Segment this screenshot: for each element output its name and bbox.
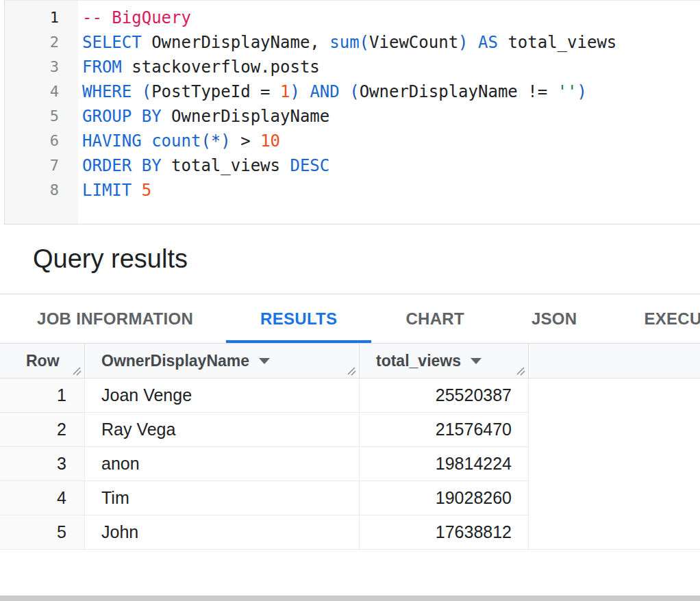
code-token: GROUP BY: [82, 107, 171, 126]
code-token: ): [458, 33, 478, 52]
column-header-row-label: Row: [26, 352, 60, 370]
owner-name-cell: anon: [85, 447, 360, 481]
code-token: total_views: [171, 156, 290, 175]
code-token: WHERE: [82, 82, 142, 101]
table-row: 2Ray Vega21576470: [0, 413, 700, 447]
column-header-views-label: total_views: [376, 352, 461, 370]
sql-editor-panel[interactable]: 12345678 -- BigQuerySELECT OwnerDisplayN…: [4, 0, 700, 225]
code-token: ): [577, 82, 587, 101]
code-line[interactable]: ORDER BY total_views DESC: [82, 153, 700, 178]
column-header-owner-display-name[interactable]: OwnerDisplayName: [85, 344, 360, 378]
total-views-cell: 19028260: [360, 481, 529, 515]
code-token: AND: [310, 82, 349, 101]
empty-cell: [529, 481, 700, 515]
code-token: SELECT: [82, 33, 151, 52]
empty-cell: [529, 379, 700, 413]
line-number: 3: [5, 55, 78, 79]
line-number: 5: [5, 104, 78, 129]
code-token: =: [260, 82, 280, 101]
code-token: ): [290, 82, 310, 101]
sort-dropdown-icon[interactable]: [259, 358, 270, 364]
row-number-cell: 4: [0, 481, 85, 515]
code-token: DESC: [290, 156, 329, 175]
horizontal-scrollbar[interactable]: [0, 596, 700, 601]
table-row: 4Tim19028260: [0, 481, 700, 515]
code-token: (: [142, 82, 151, 101]
column-resize-handle-icon[interactable]: [72, 366, 82, 376]
code-token: >: [231, 131, 260, 151]
tab-execution-details[interactable]: EXECUTION DETAILS: [627, 294, 700, 343]
tab-job-information[interactable]: JOB INFORMATION: [21, 294, 210, 343]
table-row: 5John17638812: [0, 515, 700, 550]
column-header-row: Row: [0, 344, 85, 378]
code-token: (: [349, 82, 359, 101]
row-number-cell: 2: [0, 413, 85, 447]
table-body: 1Joan Venge255203872Ray Vega215764703ano…: [0, 379, 700, 550]
code-line[interactable]: LIMIT 5: [82, 178, 700, 203]
code-token: OwnerDisplayName: [171, 107, 329, 126]
empty-cell: [529, 447, 700, 481]
query-results-title: Query results: [0, 244, 188, 274]
line-number: 7: [5, 153, 78, 178]
line-number: 6: [5, 129, 78, 153]
column-header-total-views[interactable]: total_views: [360, 344, 529, 378]
code-line[interactable]: HAVING count(*) > 10: [82, 129, 700, 153]
table-header-row: Row OwnerDisplayName total_views: [0, 344, 700, 379]
code-token: OwnerDisplayName: [360, 82, 528, 101]
code-token: '': [558, 82, 577, 101]
row-number-cell: 1: [0, 379, 85, 413]
code-token: OwnerDisplayName,: [151, 33, 329, 52]
code-token: stackoverflow.posts: [132, 57, 320, 77]
code-token: total_views: [508, 33, 616, 52]
query-results-section-header: Query results: [0, 225, 700, 294]
code-token: ViewCount: [369, 33, 458, 52]
total-views-cell: 21576470: [360, 413, 529, 447]
owner-name-cell: Tim: [85, 481, 360, 515]
code-token: !=: [527, 82, 557, 101]
column-resize-handle-icon[interactable]: [347, 366, 357, 376]
code-token: (*): [201, 131, 230, 151]
line-number: 8: [5, 178, 78, 203]
owner-name-cell: Joan Venge: [85, 379, 360, 413]
table-row: 1Joan Venge25520387: [0, 379, 700, 413]
sort-dropdown-icon[interactable]: [471, 358, 482, 364]
column-header-empty: [529, 344, 700, 378]
owner-name-cell: Ray Vega: [85, 413, 360, 447]
total-views-cell: 19814224: [360, 447, 529, 481]
column-resize-handle-icon[interactable]: [516, 366, 526, 376]
code-token: 5: [142, 181, 151, 200]
code-token: ORDER BY: [82, 156, 171, 175]
code-token: sum: [329, 33, 359, 52]
code-line[interactable]: -- BigQuery: [82, 5, 700, 30]
table-row: 3anon19814224: [0, 447, 700, 481]
code-line[interactable]: GROUP BY OwnerDisplayName: [82, 104, 700, 129]
tab-results[interactable]: RESULTS: [226, 294, 371, 343]
total-views-cell: 17638812: [360, 515, 529, 550]
results-table: Row OwnerDisplayName total_views 1Joan V…: [0, 344, 700, 550]
code-line[interactable]: WHERE (PostTypeId = 1) AND (OwnerDisplay…: [82, 79, 700, 104]
column-header-owner-label: OwnerDisplayName: [101, 352, 249, 370]
row-number-cell: 5: [0, 515, 85, 550]
code-token: 10: [260, 131, 280, 151]
code-token: FROM: [82, 57, 132, 77]
empty-cell: [529, 413, 700, 447]
row-number-cell: 3: [0, 447, 85, 481]
tab-chart[interactable]: CHART: [388, 294, 482, 343]
line-number: 1: [5, 5, 78, 30]
code-line[interactable]: SELECT OwnerDisplayName, sum(ViewCount) …: [82, 30, 700, 55]
code-token: AS: [478, 33, 508, 52]
code-token: LIMIT: [82, 181, 142, 200]
code-token: HAVING: [82, 131, 151, 151]
results-tab-bar: JOB INFORMATIONRESULTSCHARTJSONEXECUTION…: [0, 294, 700, 344]
line-number-gutter: 12345678: [5, 1, 78, 224]
code-token: (: [360, 33, 369, 52]
owner-name-cell: John: [85, 515, 360, 550]
code-token: PostTypeId: [151, 82, 260, 101]
empty-cell: [529, 515, 700, 550]
code-token: count: [151, 131, 201, 151]
code-line[interactable]: FROM stackoverflow.posts: [82, 55, 700, 79]
code-area[interactable]: -- BigQuerySELECT OwnerDisplayName, sum(…: [78, 1, 700, 224]
total-views-cell: 25520387: [360, 379, 529, 413]
tab-json[interactable]: JSON: [515, 294, 594, 343]
line-number: 2: [5, 30, 78, 55]
